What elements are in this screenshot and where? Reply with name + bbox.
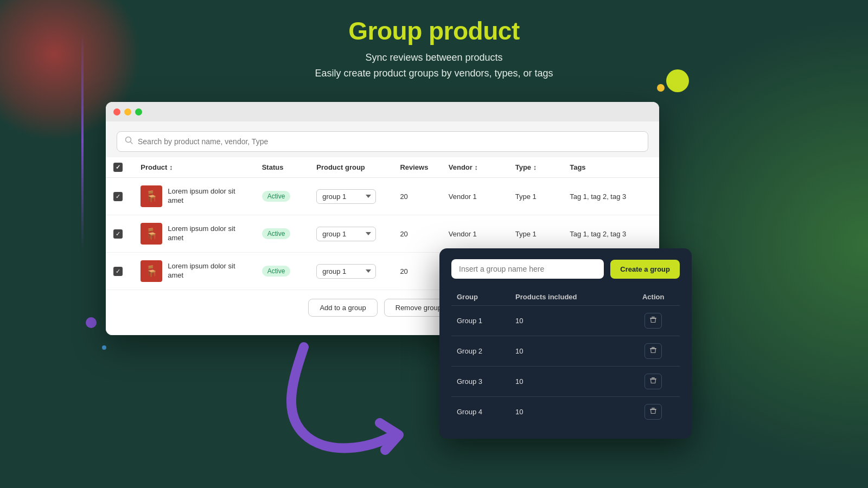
group-row: Group 4 10 — [451, 397, 680, 427]
product-cell-1: 🪑 Lorem ipsum dolor sit amet — [141, 223, 246, 245]
product-type-0: Type 1 — [508, 178, 563, 215]
group-panel-header: Create a group — [451, 259, 680, 279]
product-image-1: 🪑 — [141, 223, 162, 245]
svg-rect-9 — [652, 408, 655, 409]
delete-group-button-2[interactable] — [644, 374, 662, 389]
status-badge-2: Active — [262, 266, 291, 277]
svg-line-1 — [131, 142, 133, 144]
group-table: Group Products included Action Group 1 1… — [451, 288, 680, 427]
product-tags-1: Tag 1, tag 2, tag 3 — [562, 215, 659, 253]
group-name-2: Group 3 — [451, 367, 510, 397]
search-bar-wrap — [106, 121, 659, 157]
group-action-1 — [627, 336, 680, 367]
group-name-1: Group 2 — [451, 336, 510, 367]
svg-rect-3 — [652, 317, 655, 318]
product-reviews-1: 20 — [392, 215, 441, 253]
col-header-reviews: Reviews — [392, 157, 441, 178]
select-all-checkbox[interactable]: ✓ — [113, 163, 125, 172]
col-header-group: Product group — [309, 157, 392, 178]
product-name-2: Lorem ipsum dolor sit amet — [168, 262, 246, 280]
row-checkbox-0[interactable]: ✓ — [113, 192, 125, 201]
col-header-vendor: Vendor ↕ — [441, 157, 508, 178]
create-group-button[interactable]: Create a group — [610, 260, 680, 279]
product-reviews-2: 20 — [392, 253, 441, 290]
svg-rect-7 — [652, 377, 655, 378]
background-dot-blue — [102, 345, 106, 350]
subtitle-line1: Sync reviews between products — [365, 52, 502, 63]
group-products-2: 10 — [510, 367, 627, 397]
product-group-cell-0[interactable]: group 1 group 2 group 3 — [309, 178, 392, 215]
col-header-type: Type ↕ — [508, 157, 563, 178]
page-subtitle: Sync reviews between products Easily cre… — [0, 50, 868, 81]
group-col-header-action: Action — [627, 288, 680, 306]
product-name-0: Lorem ipsum dolor sit amet — [168, 187, 246, 206]
search-icon — [125, 136, 133, 147]
group-products-3: 10 — [510, 397, 627, 427]
group-panel: Create a group Group Products included A… — [439, 248, 692, 439]
browser-titlebar — [106, 102, 659, 121]
product-reviews-0: 20 — [392, 178, 441, 215]
product-cell-0: 🪑 Lorem ipsum dolor sit amet — [141, 185, 246, 207]
group-row: Group 2 10 — [451, 336, 680, 367]
product-status-1: Active — [254, 215, 309, 253]
group-row: Group 3 10 — [451, 367, 680, 397]
table-row: ✓ 🪑 Lorem ipsum dolor sit amet Active gr… — [106, 215, 659, 253]
group-products-0: 10 — [510, 306, 627, 336]
group-action-0 — [627, 306, 680, 336]
background-dot-yellow — [657, 84, 665, 92]
group-name-input[interactable] — [451, 259, 604, 279]
group-action-2 — [627, 367, 680, 397]
product-type-1: Type 1 — [508, 215, 563, 253]
page-title: Group product — [0, 16, 868, 46]
product-group-select-2[interactable]: group 1 group 2 group 3 — [316, 264, 376, 279]
page-header: Group product Sync reviews between produ… — [0, 16, 868, 81]
col-header-product: Product ↕ — [133, 157, 254, 178]
group-products-1: 10 — [510, 336, 627, 367]
svg-rect-5 — [652, 347, 655, 348]
row-checkbox-1[interactable]: ✓ — [113, 229, 125, 239]
status-badge-0: Active — [262, 191, 291, 202]
delete-group-button-1[interactable] — [644, 343, 662, 359]
background-arrow-purple — [260, 336, 423, 455]
product-group-cell-1[interactable]: group 1 group 2 group 3 — [309, 215, 392, 253]
table-row: ✓ 🪑 Lorem ipsum dolor sit amet Active gr… — [106, 178, 659, 215]
add-to-group-button[interactable]: Add to a group — [308, 299, 377, 317]
delete-group-button-0[interactable] — [644, 313, 662, 329]
product-cell-2: 🪑 Lorem ipsum dolor sit amet — [141, 260, 246, 282]
product-image-0: 🪑 — [141, 185, 162, 207]
col-header-tags: Tags — [562, 157, 659, 178]
background-dot-purple — [86, 317, 97, 328]
product-name-1: Lorem ipsum dolor sit amet — [168, 224, 246, 243]
product-status-2: Active — [254, 253, 309, 290]
search-input[interactable] — [138, 137, 640, 146]
status-badge-1: Active — [262, 228, 291, 239]
traffic-light-red[interactable] — [113, 108, 120, 115]
product-tags-0: Tag 1, tag 2, tag 3 — [562, 178, 659, 215]
group-name-3: Group 4 — [451, 397, 510, 427]
product-image-2: 🪑 — [141, 260, 162, 282]
group-col-header-products: Products included — [510, 288, 627, 306]
product-group-select-1[interactable]: group 1 group 2 group 3 — [316, 227, 376, 241]
group-action-3 — [627, 397, 680, 427]
traffic-light-green[interactable] — [135, 108, 142, 115]
product-status-0: Active — [254, 178, 309, 215]
product-group-cell-2[interactable]: group 1 group 2 group 3 — [309, 253, 392, 290]
product-vendor-0: Vendor 1 — [441, 178, 508, 215]
group-col-header-group: Group — [451, 288, 510, 306]
subtitle-line2: Easily create product groups by vendors,… — [315, 68, 553, 79]
product-group-select-0[interactable]: group 1 group 2 group 3 — [316, 189, 376, 204]
search-bar — [117, 131, 648, 152]
group-row: Group 1 10 — [451, 306, 680, 336]
delete-group-button-3[interactable] — [644, 404, 662, 420]
product-vendor-1: Vendor 1 — [441, 215, 508, 253]
row-checkbox-2[interactable]: ✓ — [113, 267, 125, 276]
col-header-status: Status — [254, 157, 309, 178]
group-name-0: Group 1 — [451, 306, 510, 336]
traffic-light-yellow[interactable] — [124, 108, 131, 115]
